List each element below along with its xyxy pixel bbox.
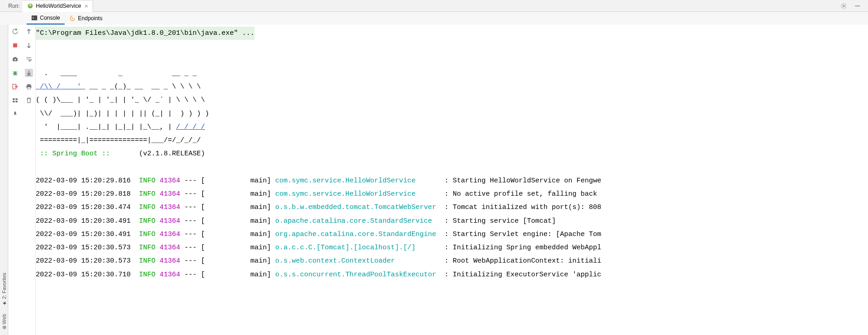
log-row: 2022-03-09 15:20:30.710 INFO 41364 --- [… (36, 268, 868, 281)
settings-icon[interactable] (840, 2, 848, 10)
svg-rect-13 (13, 101, 15, 103)
svg-rect-5 (13, 44, 17, 48)
log-row: 2022-03-09 15:20:30.491 INFO 41364 --- [… (36, 214, 868, 228)
up-arrow-icon[interactable] (25, 27, 33, 36)
console-actions-gutter (22, 25, 36, 335)
svg-point-9 (14, 71, 17, 76)
command-line: "C:\Program Files\Java\jdk1.8.0_201\bin\… (36, 27, 254, 40)
console-sub-tabs: Console Endpoints (0, 12, 868, 25)
minimize-icon[interactable] (853, 2, 862, 10)
close-icon[interactable]: ✕ (84, 4, 88, 9)
svg-rect-11 (13, 99, 15, 100)
endpoints-icon (69, 15, 76, 22)
tab-console[interactable]: Console (27, 12, 65, 25)
stop-button[interactable] (11, 41, 19, 49)
scroll-to-end-icon[interactable] (25, 69, 33, 77)
camera-icon[interactable] (11, 55, 19, 63)
trash-icon[interactable] (25, 96, 33, 104)
log-row: 2022-03-09 15:20:30.573 INFO 41364 --- [… (36, 254, 868, 268)
svg-point-8 (14, 59, 16, 60)
bug-icon[interactable] (11, 69, 19, 77)
left-dock: ★2: Favorites ⊕Web (0, 25, 8, 335)
log-row: 2022-03-09 15:20:29.816 INFO 41364 --- [… (36, 174, 868, 187)
log-lines: 2022-03-09 15:20:29.816 INFO 41364 --- [… (36, 174, 868, 281)
run-toolbar: Run: HelloWorldService ✕ (0, 0, 868, 12)
spring-boot-label: :: Spring Boot :: (36, 150, 139, 158)
svg-rect-15 (27, 84, 30, 86)
svg-rect-3 (32, 15, 37, 20)
down-arrow-icon[interactable] (25, 41, 33, 49)
log-row: 2022-03-09 15:20:30.573 INFO 41364 --- [… (36, 241, 868, 254)
layout-icon[interactable] (11, 96, 19, 104)
console-output[interactable]: "C:\Program Files\Java\jdk1.8.0_201\bin\… (36, 25, 868, 335)
svg-rect-17 (27, 87, 30, 89)
rerun-button[interactable] (11, 27, 19, 36)
soft-wrap-icon[interactable] (25, 55, 33, 63)
console-icon (31, 15, 38, 21)
print-icon[interactable] (25, 82, 33, 91)
run-label: Run: (8, 3, 20, 9)
log-row: 2022-03-09 15:20:30.491 INFO 41364 --- [… (36, 228, 868, 241)
tab-endpoints-label: Endpoints (78, 15, 102, 22)
svg-point-4 (72, 18, 73, 19)
tab-console-label: Console (40, 15, 60, 21)
svg-rect-14 (16, 101, 17, 103)
run-config-tab-title: HelloWorldService (36, 3, 81, 9)
pin-icon[interactable] (11, 110, 19, 118)
svg-point-1 (843, 5, 845, 7)
log-row: 2022-03-09 15:20:29.818 INFO 41364 --- [… (36, 187, 868, 201)
sidebar-web[interactable]: ⊕Web (0, 312, 8, 331)
spring-boot-icon (27, 3, 33, 9)
run-config-tab[interactable]: HelloWorldService ✕ (22, 0, 93, 12)
log-row: 2022-03-09 15:20:30.474 INFO 41364 --- [… (36, 201, 868, 214)
tab-endpoints[interactable]: Endpoints (65, 12, 107, 25)
svg-rect-12 (16, 99, 17, 100)
sidebar-favorites[interactable]: ★2: Favorites (0, 271, 8, 308)
exit-icon[interactable] (11, 82, 19, 91)
svg-rect-7 (14, 57, 16, 59)
run-actions-gutter (8, 25, 22, 335)
